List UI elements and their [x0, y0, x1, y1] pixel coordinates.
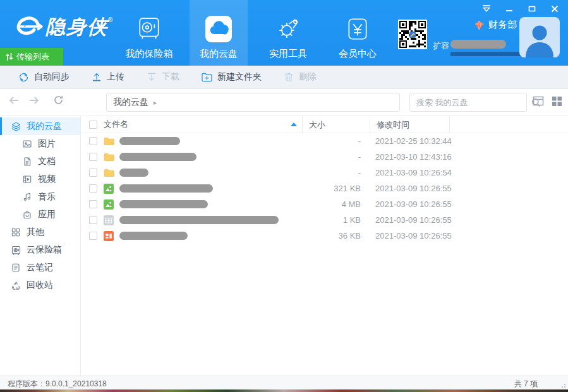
ppt-file-icon: [104, 231, 114, 241]
table-row[interactable]: -2021-02-25 10:32:44: [81, 133, 568, 149]
column-size[interactable]: 大小: [302, 116, 370, 133]
sidebar-item-label: 应用: [38, 209, 56, 220]
app-icon: [21, 210, 33, 220]
location-bar: 我的云盘 ▸: [0, 89, 568, 116]
nav-item-member[interactable]: 会员中心: [329, 0, 387, 66]
row-checkbox[interactable]: [89, 232, 97, 240]
table-row[interactable]: -2021-03-09 10:26:54: [81, 165, 568, 181]
toolbar-label: 新建文件夹: [217, 71, 262, 83]
desktop-edge: [0, 389, 568, 392]
nav-item-safe[interactable]: 我的保险箱: [120, 0, 178, 66]
table-header: 文件名 大小 修改时间: [81, 116, 568, 133]
close-button[interactable]: [547, 3, 563, 15]
nav-item-label: 会员中心: [339, 48, 377, 60]
select-all-checkbox[interactable]: [89, 121, 97, 129]
sidebar-item-other[interactable]: 其他: [0, 223, 80, 241]
table-row[interactable]: 4 MB2021-03-09 10:26:55: [81, 196, 568, 212]
refresh-icon[interactable]: [53, 95, 64, 105]
breadcrumb-root[interactable]: 我的云盘: [113, 97, 148, 108]
auto-sync-button[interactable]: 自动同步: [18, 71, 69, 83]
cloudsafe-icon: [10, 245, 21, 256]
table-row[interactable]: -2021-03-10 12:43:16: [81, 149, 568, 165]
department-badge: 财务部: [474, 19, 517, 31]
row-checkbox[interactable]: [89, 184, 97, 193]
column-modified[interactable]: 修改时间: [370, 116, 450, 133]
upload-button[interactable]: 上传: [91, 71, 124, 83]
filename-redacted: [119, 200, 208, 208]
forward-icon[interactable]: [28, 96, 39, 105]
app-version: 程序版本：9.0.0.1_20210318: [8, 379, 107, 389]
file-modified: 2021-03-09 10:26:55: [370, 215, 450, 225]
member-icon: [344, 16, 371, 42]
app-window: ysx 隐身侠 ® 传输列表 我的保险箱我的云盘实用工具会员中心 扩容 财务: [0, 0, 568, 392]
tools-icon: [275, 16, 301, 42]
sidebar-item-label: 视频: [38, 174, 56, 185]
file-modified: 2021-03-09 10:26:54: [370, 168, 450, 177]
logo-registered-mark: ®: [108, 16, 112, 23]
storage-progress-bar: [450, 52, 523, 56]
grid-view-icon[interactable]: [552, 96, 562, 107]
new-folder-button[interactable]: 新建文件夹: [201, 71, 262, 83]
nav-item-tools[interactable]: 实用工具: [259, 0, 317, 66]
row-checkbox[interactable]: [89, 200, 97, 208]
filename-redacted: [119, 169, 148, 177]
sidebar-item-clouddrive[interactable]: 我的云盘: [0, 117, 80, 135]
sidebar-item-recycle[interactable]: 回收站: [0, 276, 80, 294]
table-row[interactable]: 1 KB2021-03-09 10:26:55: [81, 212, 568, 228]
sidebar-item-label: 文档: [38, 156, 56, 167]
file-modified: 2021-02-25 10:32:44: [370, 136, 450, 146]
sidebar-item-cloud-safe[interactable]: 云保险箱: [0, 241, 80, 259]
resize-grip[interactable]: [560, 383, 565, 388]
file-size: -: [302, 152, 370, 162]
column-filename[interactable]: 文件名: [104, 119, 128, 130]
table-row[interactable]: 36 KB2021-03-09 10:26:55: [81, 228, 568, 244]
sidebar-item-cloud-notes[interactable]: 云笔记: [0, 259, 80, 276]
qr-code[interactable]: [398, 20, 427, 49]
grid-icon: [10, 227, 21, 237]
note-icon: [10, 263, 21, 273]
table-row[interactable]: 321 KB2021-03-09 10:26:55: [81, 181, 568, 196]
search-input[interactable]: [410, 98, 531, 107]
sidebar-item-label: 音乐: [38, 191, 56, 203]
toolbar-label: 自动同步: [34, 71, 69, 83]
file-size: -: [302, 168, 370, 177]
user-avatar[interactable]: [519, 17, 560, 57]
row-checkbox[interactable]: [89, 216, 97, 224]
expand-label[interactable]: 扩容: [433, 40, 449, 52]
filename-redacted: [119, 153, 196, 161]
maximize-button[interactable]: [524, 3, 540, 15]
skin-menu-icon[interactable]: [478, 3, 495, 15]
sidebar-item-apps[interactable]: 应用: [0, 206, 80, 223]
sidebar-item-label: 图片: [38, 138, 56, 150]
sync-icon: [18, 71, 30, 83]
music-icon: [21, 192, 33, 202]
sidebar-item-documents[interactable]: 文档: [0, 153, 80, 170]
upload-icon: [91, 71, 102, 83]
transfer-list-label: 传输列表: [16, 51, 49, 62]
sidebar-item-label: 回收站: [27, 280, 53, 291]
row-checkbox[interactable]: [89, 169, 97, 177]
new-folder-icon: [201, 71, 213, 83]
minimize-button[interactable]: [501, 3, 517, 15]
folder-icon: [104, 136, 114, 146]
list-view-icon[interactable]: [533, 95, 544, 107]
sidebar-item-videos[interactable]: 视频: [0, 170, 80, 188]
toolbar-label: 下载: [162, 71, 179, 83]
logo-text: 隐身侠: [45, 14, 108, 40]
file-list: 文件名 大小 修改时间 -2021-02-25 10:32:44-2021-03…: [81, 116, 568, 376]
breadcrumb[interactable]: 我的云盘 ▸: [106, 93, 400, 112]
nav-item-clouddrive[interactable]: 我的云盘: [190, 0, 248, 66]
file-modified: 2021-03-10 12:43:16: [370, 152, 450, 162]
row-checkbox[interactable]: [89, 137, 97, 145]
row-checkbox[interactable]: [89, 153, 97, 161]
folder-icon: [104, 152, 114, 162]
sidebar-item-music[interactable]: 音乐: [0, 188, 80, 206]
layers-icon: [10, 121, 21, 132]
sort-asc-icon[interactable]: [291, 122, 297, 126]
toolbar-label: 删除: [299, 71, 317, 83]
transfer-list-tab[interactable]: 传输列表: [0, 48, 63, 66]
folder-icon: [104, 168, 114, 178]
back-icon[interactable]: [9, 96, 20, 105]
sidebar-item-pictures[interactable]: 图片: [0, 135, 80, 153]
sidebar-item-label: 我的云盘: [27, 121, 62, 132]
